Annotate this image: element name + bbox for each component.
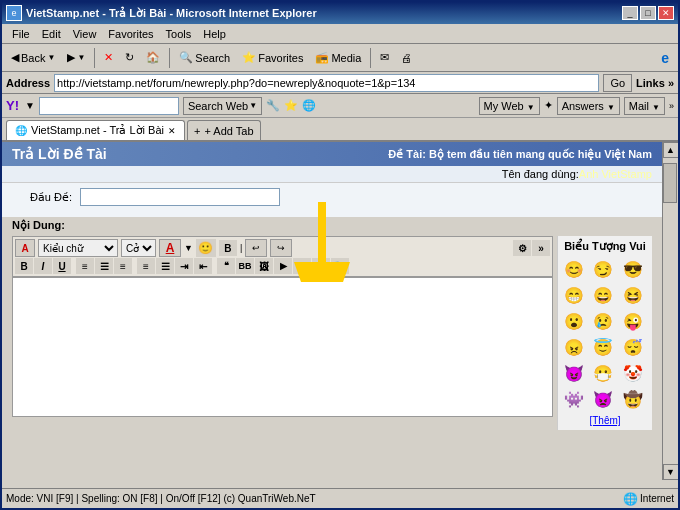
italic-button[interactable]: I xyxy=(34,258,52,274)
user-info-bar: Tên đang dùng: Anh VietStamp xyxy=(2,166,662,183)
more-buttons-icon[interactable]: » xyxy=(669,101,674,111)
home-icon: 🏠 xyxy=(146,51,160,64)
extra-btn2[interactable]: ↪ xyxy=(270,239,292,257)
bold-btn[interactable]: B xyxy=(219,240,237,256)
yahoo-extras-icon[interactable]: ⭐ xyxy=(284,99,298,112)
emoji-17[interactable]: 👿 xyxy=(591,387,615,411)
emoji-grid: 😊 😏 😎 😁 😄 😆 😮 😢 😜 😠 😇 😴 xyxy=(562,257,648,411)
tab-favicon: 🌐 xyxy=(15,125,27,136)
align-center-button[interactable]: ☰ xyxy=(95,258,113,274)
yahoo-globe-icon[interactable]: 🌐 xyxy=(302,99,316,112)
emoji-10[interactable]: 😠 xyxy=(562,335,586,359)
emoji-7[interactable]: 😮 xyxy=(562,309,586,333)
emoji-4[interactable]: 😁 xyxy=(562,283,586,307)
mail-button[interactable]: ✉ xyxy=(375,47,394,69)
mail-dropdown-icon: ▼ xyxy=(652,103,660,112)
emoji-16[interactable]: 👾 xyxy=(562,387,586,411)
indent-button[interactable]: ⇥ xyxy=(175,258,193,274)
emoji-14[interactable]: 😷 xyxy=(591,361,615,385)
user-name-link[interactable]: Anh VietStamp xyxy=(579,168,652,180)
yahoo-dropdown-icon[interactable]: ▼ xyxy=(25,100,35,111)
menu-help[interactable]: Help xyxy=(197,26,232,42)
emoji-panel-title: Biểu Tượng Vui xyxy=(562,240,648,253)
emoji-13[interactable]: 😈 xyxy=(562,361,586,385)
vertical-scrollbar: ▲ ▼ xyxy=(662,142,678,480)
color-dropdown-icon[interactable]: ▼ xyxy=(184,243,193,253)
tab-close-icon[interactable]: ✕ xyxy=(168,126,176,136)
refresh-button[interactable]: ↻ xyxy=(120,47,139,69)
back-button[interactable]: ◀ Back ▼ xyxy=(6,47,60,69)
maximize-button[interactable]: □ xyxy=(640,6,656,20)
emoji-15[interactable]: 🤡 xyxy=(621,361,645,385)
attach-button[interactable]: 📎 xyxy=(331,258,349,274)
menu-view[interactable]: View xyxy=(67,26,103,42)
code-button[interactable]: <> xyxy=(312,258,330,274)
emoji-18[interactable]: 🤠 xyxy=(621,387,645,411)
menu-edit[interactable]: Edit xyxy=(36,26,67,42)
list-ul-button[interactable]: ≡ xyxy=(137,258,155,274)
scroll-track[interactable] xyxy=(663,158,678,464)
quote-button[interactable]: ❝ xyxy=(217,258,235,274)
underline-button[interactable]: U xyxy=(53,258,71,274)
stop-button[interactable]: ✕ xyxy=(99,47,118,69)
address-input[interactable] xyxy=(54,74,599,92)
emoji-11[interactable]: 😇 xyxy=(591,335,615,359)
emoji-8[interactable]: 😢 xyxy=(591,309,615,333)
add-tab-button[interactable]: + + Add Tab xyxy=(187,120,260,140)
links-label: Links » xyxy=(636,77,674,89)
scroll-up-button[interactable]: ▲ xyxy=(663,142,679,158)
search-web-button[interactable]: Search Web ▼ xyxy=(183,97,262,115)
forward-button[interactable]: ▶ ▼ xyxy=(62,47,90,69)
hash-button[interactable]: # xyxy=(293,258,311,274)
print-button[interactable]: 🖨 xyxy=(396,47,417,69)
emoji-9[interactable]: 😜 xyxy=(621,309,645,333)
smiley-button[interactable]: 🙂 xyxy=(196,239,216,257)
ie-logo-button[interactable]: e xyxy=(656,47,674,69)
text-color-button[interactable]: A xyxy=(159,239,181,257)
active-tab[interactable]: 🌐 VietStamp.net - Trả Lời Bài ✕ xyxy=(6,120,185,140)
add-icon: + xyxy=(194,125,200,137)
minimize-button[interactable]: _ xyxy=(622,6,638,20)
menu-favorites[interactable]: Favorites xyxy=(102,26,159,42)
mail-yahoo-button[interactable]: Mail ▼ xyxy=(624,97,665,115)
scroll-thumb[interactable] xyxy=(663,163,677,203)
favorites-button[interactable]: ⭐ Favorites xyxy=(237,47,308,69)
home-button[interactable]: 🏠 xyxy=(141,47,165,69)
content-label: Nội Dung: xyxy=(12,219,65,231)
font-select[interactable]: Kiểu chữ Arial Times New Roman Verdana xyxy=(38,239,118,257)
go-button[interactable]: Go xyxy=(603,74,632,92)
post-content-textarea[interactable] xyxy=(12,277,553,417)
media-button[interactable]: 📻 Media xyxy=(310,47,366,69)
mail-icon: ✉ xyxy=(380,51,389,64)
close-button[interactable]: ✕ xyxy=(658,6,674,20)
my-web-button[interactable]: My Web ▼ xyxy=(479,97,540,115)
app-icon: e xyxy=(6,5,22,21)
bb-code-button[interactable]: BB xyxy=(236,258,254,274)
list-ol-button[interactable]: ☰ xyxy=(156,258,174,274)
emoji-3[interactable]: 😎 xyxy=(621,257,645,281)
menu-tools[interactable]: Tools xyxy=(160,26,198,42)
settings-btn[interactable]: ⚙ xyxy=(513,240,531,256)
emoji-2[interactable]: 😏 xyxy=(591,257,615,281)
search-button[interactable]: 🔍 Search xyxy=(174,47,235,69)
extra-btn1[interactable]: ↩ xyxy=(245,239,267,257)
answers-button[interactable]: Answers ▼ xyxy=(557,97,620,115)
bold-button[interactable]: B xyxy=(15,258,33,274)
image-button[interactable]: 🖼 xyxy=(255,258,273,274)
scroll-down-button[interactable]: ▼ xyxy=(663,464,679,480)
emoji-5[interactable]: 😄 xyxy=(591,283,615,307)
subject-input[interactable] xyxy=(80,188,280,206)
outdent-button[interactable]: ⇤ xyxy=(194,258,212,274)
more-btn[interactable]: » xyxy=(532,240,550,256)
wrench-icon[interactable]: 🔧 xyxy=(266,99,280,112)
emoji-6[interactable]: 😆 xyxy=(621,283,645,307)
align-right-button[interactable]: ≡ xyxy=(114,258,132,274)
size-select[interactable]: Cở 1234 xyxy=(121,239,156,257)
menu-file[interactable]: File xyxy=(6,26,36,42)
emoji-1[interactable]: 😊 xyxy=(562,257,586,281)
align-left-button[interactable]: ≡ xyxy=(76,258,94,274)
video-button[interactable]: ▶ xyxy=(274,258,292,274)
emoji-12[interactable]: 😴 xyxy=(621,335,645,359)
emoji-more-link[interactable]: [Thêm] xyxy=(562,415,648,426)
yahoo-search-input[interactable] xyxy=(39,97,179,115)
